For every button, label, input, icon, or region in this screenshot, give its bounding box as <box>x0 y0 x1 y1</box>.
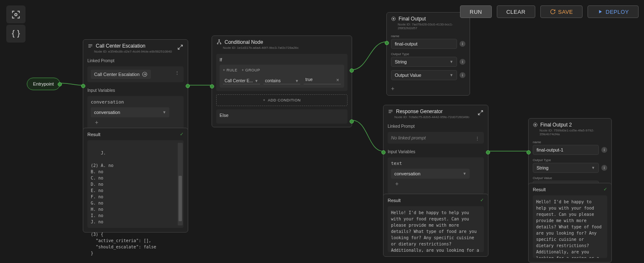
port-out[interactable] <box>186 84 190 88</box>
info-icon[interactable]: i <box>601 165 607 171</box>
linked-prompt-label: Linked Prompt <box>383 121 488 130</box>
code-tool[interactable] <box>6 25 26 43</box>
port-in[interactable] <box>210 84 214 89</box>
node-title: Call Center Escalation <box>96 43 146 49</box>
text-icon <box>388 109 394 114</box>
add-condition[interactable]: + ADD CONDITION <box>216 94 348 106</box>
add-var[interactable]: + <box>91 117 180 129</box>
open-icon <box>142 71 148 77</box>
node-fo2-result: Result ✓ Hello! I'd be happy to help you… <box>528 183 612 263</box>
svg-point-6 <box>393 18 394 20</box>
node-conditional[interactable]: Conditional Node Node ID: 1e1d317b-a6a4-… <box>212 35 352 127</box>
name-label: name <box>391 34 465 38</box>
result-body: Hello! I'd be happy to help you with you… <box>533 195 607 258</box>
prompt-menu[interactable]: ⋮ <box>174 70 180 76</box>
var-select[interactable]: conversation▼ <box>391 169 470 179</box>
rule-value-input[interactable]: true× <box>304 76 341 84</box>
expand-button[interactable] <box>176 43 184 51</box>
node-title: Final Output <box>399 16 426 22</box>
prompt-menu[interactable]: ⋮ <box>474 135 480 142</box>
clear-button[interactable]: CLEAR <box>497 5 535 18</box>
deploy-button[interactable]: DEPLOY <box>588 5 639 18</box>
info-icon[interactable]: i <box>601 147 607 153</box>
entrypoint-node[interactable]: Entrypoint <box>27 78 60 90</box>
else-label: Else <box>220 113 344 118</box>
expand-button[interactable] <box>476 109 485 117</box>
name-label: name <box>533 140 607 144</box>
port-out-if[interactable] <box>350 68 354 73</box>
scrollbar-thumb[interactable] <box>179 176 182 221</box>
check-icon: ✓ <box>480 197 484 203</box>
add-group[interactable]: + GROUP <box>242 68 260 72</box>
rule-op-select[interactable]: contains▼ <box>263 78 301 84</box>
expand-icon <box>177 44 183 50</box>
result-body: J. (2) A. no B. no C. no D. no E. no F. … <box>87 140 184 228</box>
type-label: Output Type <box>533 158 607 162</box>
node-title: Response Generator <box>396 109 442 114</box>
no-prompt: No linked prompt <box>391 135 426 140</box>
node-response-generator[interactable]: Response Generator Node ID: 7cfa6c75-82b… <box>383 105 488 197</box>
clear-icon[interactable]: × <box>336 77 339 83</box>
port-out[interactable] <box>486 150 490 154</box>
left-toolbox <box>6 5 26 43</box>
port-out[interactable] <box>58 82 62 86</box>
value-select[interactable]: Output Value▼ <box>391 70 457 80</box>
braces-icon <box>11 29 20 38</box>
result-body: Hello! I'd be happy to help you with you… <box>388 206 484 252</box>
if-label: If <box>220 57 344 62</box>
node-id: Node ID: e3546c8b-d2e7-4cd4-94de-e8b5825… <box>83 50 188 56</box>
canvas[interactable]: Entrypoint Call Center Escalation Node I… <box>0 0 644 263</box>
info-icon[interactable]: i <box>460 59 465 65</box>
add-field[interactable]: + <box>387 83 470 95</box>
port-in[interactable] <box>385 41 389 45</box>
var-name: conversation <box>91 99 180 105</box>
linked-prompt-chip[interactable]: Call Center Escalation <box>91 70 151 79</box>
scrollbar[interactable] <box>178 143 183 225</box>
info-icon[interactable]: i <box>460 41 465 47</box>
port-in[interactable] <box>526 150 531 154</box>
var-name: text <box>391 161 480 166</box>
type-select[interactable]: String▼ <box>391 57 457 67</box>
focus-tool[interactable] <box>6 5 26 23</box>
add-rule[interactable]: + RULE <box>223 68 238 72</box>
input-vars-label: Input Variables <box>383 147 488 156</box>
node-id: Node ID: 7ad78d28-03c0-4130-bcc1-2f8f32f… <box>387 23 470 33</box>
port-in[interactable] <box>81 84 85 88</box>
node-id: Node ID: 7599d0e1-cd5e-4fa5-9792-35fe4b7… <box>529 129 611 139</box>
info-icon[interactable]: i <box>460 72 465 78</box>
svg-point-3 <box>220 43 221 44</box>
svg-point-0 <box>15 13 17 16</box>
node-id: Node ID: 7cfa6c75-82b5-4442-95fe-72d071f… <box>383 115 488 121</box>
if-block: If + RULE + GROUP Call Center E...▼ cont… <box>216 54 348 91</box>
var-select[interactable]: conversation▼ <box>91 107 169 117</box>
node-call-center-escalation[interactable]: Call Center Escalation Node ID: e3546c8b… <box>83 39 188 136</box>
node-final-output[interactable]: Final Output Node ID: 7ad78d28-03c0-4130… <box>386 12 470 96</box>
port-in[interactable] <box>381 150 386 154</box>
name-input[interactable] <box>533 145 599 155</box>
node-title: Final Output 2 <box>540 122 572 128</box>
expand-icon <box>478 110 483 116</box>
linked-prompt-label: Linked Prompt <box>83 56 188 65</box>
sync-icon <box>550 9 556 15</box>
input-vars-box: text conversation▼ + <box>388 157 484 194</box>
linked-prompt-box: Call Center Escalation ⋮ <box>87 66 184 82</box>
add-var[interactable]: + <box>391 179 480 190</box>
header-actions: RUN CLEAR SAVE DEPLOY <box>460 5 639 18</box>
output-icon <box>533 122 538 127</box>
svg-point-2 <box>217 43 218 44</box>
check-icon: ✓ <box>180 132 184 137</box>
name-input[interactable] <box>391 39 457 49</box>
result-label: Result <box>388 198 401 203</box>
svg-point-8 <box>534 124 536 126</box>
type-select[interactable]: String▼ <box>533 163 599 173</box>
type-label: Output Type <box>391 52 465 56</box>
port-out-else[interactable] <box>350 119 354 124</box>
else-block: Else <box>216 109 348 124</box>
result-label: Result <box>533 187 546 192</box>
save-button[interactable]: SAVE <box>540 5 583 18</box>
run-button[interactable]: RUN <box>460 5 492 18</box>
output-icon <box>391 16 396 21</box>
result-label: Result <box>87 132 100 137</box>
rule-field-select[interactable]: Call Center E...▼ <box>223 78 260 84</box>
input-vars-box: conversation conversation▼ + <box>87 96 184 132</box>
